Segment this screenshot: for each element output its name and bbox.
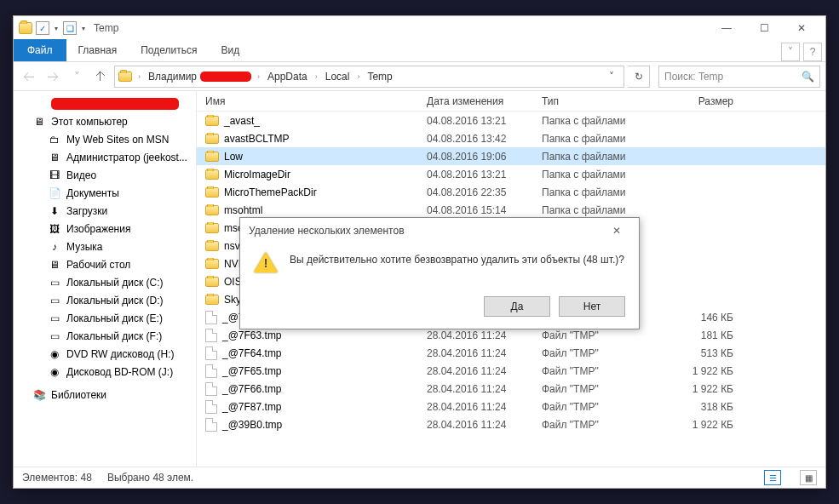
sidebar-item-drive-e[interactable]: ▭ Локальный диск (E:) [14, 309, 196, 327]
address-bar[interactable]: › Владимир › AppData › Local › Temp ˅ [114, 66, 624, 88]
view-details-button[interactable]: ☰ [764, 470, 781, 485]
breadcrumb-user[interactable]: Владимир [147, 71, 198, 83]
refresh-button[interactable]: ↻ [628, 66, 650, 88]
column-header-name[interactable]: Имя [197, 95, 427, 107]
sidebar-item-drive-f[interactable]: ▭ Локальный диск (F:) [14, 327, 196, 345]
address-dropdown-button[interactable]: ˅ [603, 71, 620, 83]
sidebar-item-admin[interactable]: 🖥 Администратор (jeekost... [14, 148, 196, 166]
file-row[interactable]: _avast_04.08.2016 13:21Папка с файлами [197, 112, 825, 129]
dialog-titlebar[interactable]: Удаление нескольких элементов ✕ [240, 218, 639, 243]
tab-share[interactable]: Поделиться [129, 39, 209, 61]
maximize-button[interactable]: ☐ [745, 18, 783, 38]
up-button[interactable]: 🡡 [90, 66, 111, 87]
file-date: 28.04.2016 11:24 [427, 383, 542, 395]
warning-icon: ! [254, 252, 278, 274]
qat-newfolder-button[interactable]: ❏ [63, 21, 77, 35]
sidebar-item-mws[interactable]: 🗀 My Web Sites on MSN [14, 130, 196, 148]
window-title: Temp [94, 22, 118, 34]
search-input[interactable]: Поиск: Temp 🔍 [658, 66, 820, 88]
sidebar-item-bd[interactable]: ◉ Дисковод BD-ROM (J:) [14, 363, 196, 381]
dialog-title: Удаление нескольких элементов [249, 225, 405, 237]
file-row[interactable]: MicroThemePackDir04.08.2016 22:35Папка с… [197, 183, 825, 201]
file-row[interactable]: _@7F87.tmp28.04.2016 11:24Файл "TMP"318 … [197, 398, 825, 415]
sidebar-item-music[interactable]: ♪ Музыка [14, 238, 196, 255]
dialog-close-button[interactable]: ✕ [603, 221, 630, 240]
file-row[interactable]: MicroImageDir04.08.2016 13:21Папка с фай… [197, 165, 825, 183]
chevron-right-icon[interactable]: › [255, 72, 262, 81]
navigation-pane[interactable]: 🖥 Этот компьютер 🗀 My Web Sites on MSN 🖥… [14, 91, 197, 467]
redacted-text [51, 98, 179, 110]
file-name: _avast_ [224, 115, 260, 127]
dialog-button-row: Да Нет [240, 286, 639, 329]
dialog-yes-button[interactable]: Да [484, 296, 550, 317]
file-type: Папка с файлами [542, 204, 665, 216]
file-row[interactable]: msohtml04.08.2016 15:14Папка с файлами [197, 201, 825, 219]
ribbon-expand-button[interactable]: ˅ [781, 43, 800, 61]
sidebar-item-pictures[interactable]: 🖼 Изображения [14, 220, 196, 238]
folder-icon [205, 205, 219, 215]
back-button[interactable]: 🡠 [19, 66, 39, 87]
file-size: 513 КБ [665, 347, 742, 359]
sidebar-label: Администратор (jeekost... [66, 152, 187, 163]
sidebar-item-this-pc[interactable]: 🖥 Этот компьютер [14, 112, 196, 130]
sidebar-item-drive-c[interactable]: ▭ Локальный диск (C:) [14, 273, 196, 291]
column-header-size[interactable]: Размер [665, 95, 742, 107]
file-name: nsv [224, 240, 240, 252]
qat-overflow-icon[interactable]: ▾ [82, 25, 85, 32]
dialog-body: ! Вы действительно хотите безвозвратно у… [240, 243, 639, 286]
qat-dropdown-icon[interactable]: ▾ [55, 25, 58, 32]
drive-icon: ▭ [48, 312, 61, 324]
view-icons-button[interactable]: ▦ [800, 470, 817, 485]
sidebar-label: Локальный диск (C:) [66, 277, 164, 289]
sidebar-item-redacted[interactable] [14, 94, 196, 112]
qat-properties-button[interactable]: ✓ [36, 21, 49, 35]
breadcrumb-local[interactable]: Local [324, 71, 352, 83]
drive-icon: ▭ [48, 330, 61, 342]
ribbon-help-button[interactable]: ? [803, 43, 822, 61]
forward-button[interactable]: 🡢 [43, 66, 63, 87]
content-area: 🖥 Этот компьютер 🗀 My Web Sites on MSN 🖥… [14, 91, 825, 467]
tab-home[interactable]: Главная [66, 39, 129, 61]
column-header-type[interactable]: Тип [542, 95, 665, 107]
folder-icon [205, 223, 219, 233]
sidebar-item-desktop[interactable]: 🖥 Рабочий стол [14, 255, 196, 273]
titlebar[interactable]: ✓ ▾ ❏ ▾ Temp — ☐ ✕ [14, 16, 825, 40]
file-row[interactable]: _@39B0.tmp28.04.2016 11:24Файл "TMP"1 92… [197, 415, 825, 433]
file-row[interactable]: _@7F64.tmp28.04.2016 11:24Файл "TMP"513 … [197, 344, 825, 362]
chevron-right-icon[interactable]: › [313, 72, 320, 81]
tab-file[interactable]: Файл [14, 39, 66, 61]
breadcrumb-temp[interactable]: Temp [365, 71, 394, 83]
file-type: Папка с файлами [542, 186, 665, 198]
sidebar-item-libraries[interactable]: 📚 Библиотеки [14, 386, 196, 404]
sidebar-item-video[interactable]: 🎞 Видео [14, 166, 196, 184]
sidebar-item-drive-d[interactable]: ▭ Локальный диск (D:) [14, 291, 196, 309]
file-date: 28.04.2016 11:24 [427, 401, 542, 413]
chevron-right-icon[interactable]: › [135, 72, 143, 81]
file-row[interactable]: _@7F65.tmp28.04.2016 11:24Файл "TMP"1 92… [197, 362, 825, 380]
file-row[interactable]: avastBCLTMP04.08.2016 13:42Папка с файла… [197, 129, 825, 147]
sidebar-item-documents[interactable]: 📄 Документы [14, 184, 196, 202]
sidebar-label: Рабочий стол [66, 259, 130, 271]
chevron-right-icon[interactable]: › [354, 72, 362, 81]
sidebar-label: DVD RW дисковод (H:) [66, 348, 175, 360]
file-size: 1 922 КБ [665, 365, 742, 377]
folder-icon [19, 22, 32, 34]
sidebar-item-downloads[interactable]: ⬇ Загрузки [14, 202, 196, 220]
file-size: 1 922 КБ [665, 383, 742, 395]
sidebar-item-dvd[interactable]: ◉ DVD RW дисковод (H:) [14, 345, 196, 363]
file-type: Файл "TMP" [542, 383, 665, 395]
file-type: Папка с файлами [542, 169, 665, 180]
minimize-button[interactable]: — [708, 18, 745, 38]
disc-icon: ◉ [48, 348, 61, 360]
redacted-text [200, 72, 251, 82]
dialog-no-button[interactable]: Нет [559, 296, 625, 317]
dialog-message: Вы действительно хотите безвозвратно уда… [290, 252, 624, 266]
file-row[interactable]: _@7F66.tmp28.04.2016 11:24Файл "TMP"1 92… [197, 380, 825, 398]
file-row[interactable]: Low04.08.2016 19:06Папка с файлами [197, 147, 825, 165]
history-dropdown[interactable]: ˅ [66, 66, 87, 87]
file-size: 1 922 КБ [665, 419, 742, 431]
tab-view[interactable]: Вид [209, 39, 251, 61]
column-header-date[interactable]: Дата изменения [427, 95, 542, 107]
breadcrumb-appdata[interactable]: AppData [266, 71, 309, 83]
close-button[interactable]: ✕ [783, 18, 820, 38]
